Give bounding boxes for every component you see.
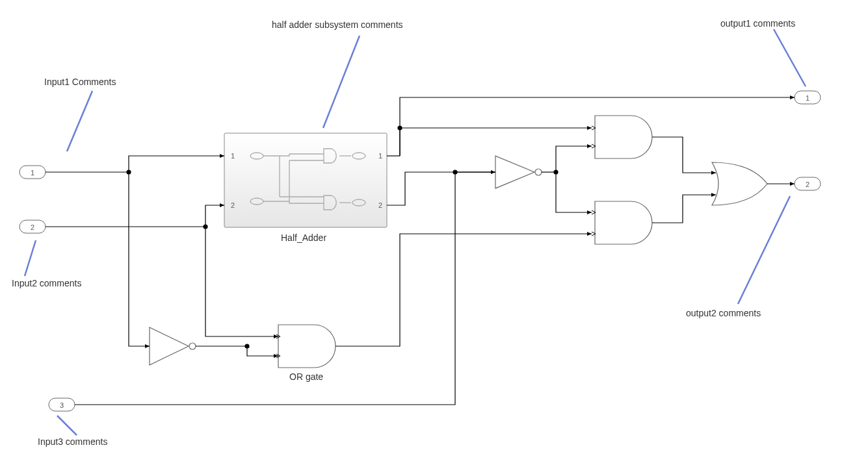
outport-1[interactable]: 1 [795, 91, 821, 104]
diagram-svg: 1 2 1 2 1 2 [0, 0, 868, 454]
svg-point-26 [453, 170, 457, 174]
svg-text:2: 2 [378, 201, 382, 209]
and-gate-bot[interactable] [595, 201, 652, 244]
or-gate-right[interactable] [712, 162, 767, 205]
annotation-output1[interactable]: output1 comments [720, 18, 795, 29]
svg-text:1: 1 [806, 94, 809, 102]
svg-line-32 [738, 196, 790, 304]
svg-line-28 [25, 240, 36, 276]
or-gate-label: OR gate [289, 372, 323, 382]
not-gate-2[interactable] [495, 156, 542, 188]
svg-line-27 [67, 91, 92, 151]
outport-2[interactable]: 2 [795, 177, 821, 190]
svg-rect-0 [224, 133, 387, 227]
half-adder-label: Half_Adder [281, 233, 326, 243]
half-adder-subsystem[interactable]: 1 2 1 2 [224, 133, 387, 227]
inport-1[interactable]: 1 [20, 166, 46, 179]
svg-text:2: 2 [231, 201, 235, 209]
inport-3[interactable]: 3 [49, 398, 75, 411]
not-gate-1[interactable] [150, 327, 196, 365]
svg-text:2: 2 [31, 223, 34, 231]
annotation-input1[interactable]: Input1 Comments [44, 77, 116, 87]
svg-text:3: 3 [60, 401, 64, 409]
svg-line-30 [323, 36, 360, 128]
annotation-input3[interactable]: Input3 comments [38, 436, 107, 447]
annotation-lines [25, 29, 806, 435]
simulink-canvas[interactable]: 1 2 1 2 1 2 [0, 0, 868, 454]
svg-text:1: 1 [31, 169, 34, 177]
annotation-output2[interactable]: output2 comments [686, 308, 761, 318]
annotation-input2[interactable]: Input2 comments [12, 278, 81, 288]
svg-point-24 [398, 126, 402, 130]
annotation-half-adder[interactable]: half adder subsystem comments [272, 19, 403, 30]
svg-line-31 [774, 29, 806, 86]
svg-text:1: 1 [231, 152, 235, 160]
svg-text:1: 1 [378, 152, 382, 160]
and-gate-orlabel[interactable] [278, 325, 335, 368]
svg-line-29 [57, 416, 77, 435]
inport-2[interactable]: 2 [20, 220, 46, 233]
svg-point-20 [535, 169, 542, 175]
and-gate-top[interactable] [595, 116, 652, 158]
svg-point-19 [189, 343, 196, 349]
svg-text:2: 2 [806, 181, 809, 188]
